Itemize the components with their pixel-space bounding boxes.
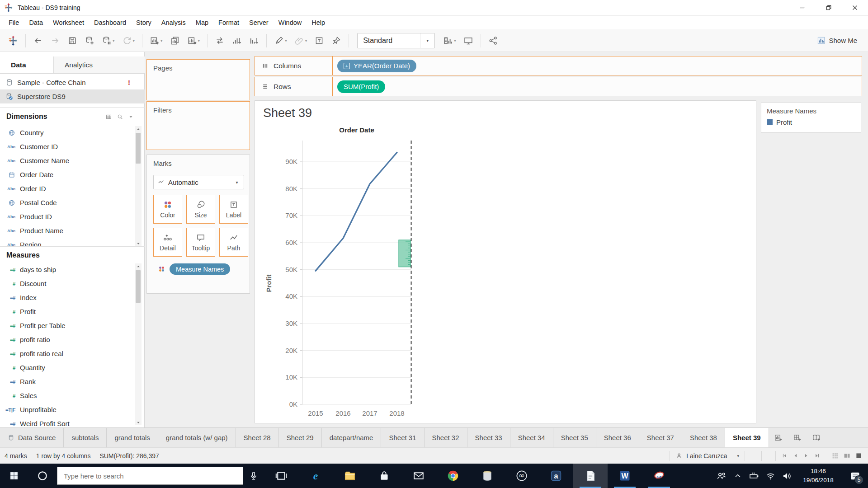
- mark-labels-button[interactable]: [311, 34, 327, 47]
- next-sheet-icon[interactable]: [803, 452, 810, 459]
- marks-button[interactable]: Detail: [153, 228, 182, 257]
- dropdown-caret-icon[interactable]: ▾: [160, 38, 163, 43]
- marks-button[interactable]: Size: [186, 195, 215, 224]
- volume-status[interactable]: [778, 464, 795, 488]
- share-workbook-button[interactable]: [486, 34, 501, 47]
- dimension-field[interactable]: Order Date: [0, 168, 145, 182]
- close-button[interactable]: [842, 0, 868, 16]
- last-sheet-icon[interactable]: [814, 452, 821, 459]
- pane-menu-caret-icon[interactable]: [128, 114, 134, 120]
- show-sheet-sorter-icon[interactable]: [855, 452, 863, 460]
- marks-button[interactable]: Color: [153, 195, 182, 224]
- scrollbar-thumb[interactable]: [136, 133, 141, 164]
- menu-item[interactable]: Dashboard: [89, 17, 131, 28]
- new-dashboard-button[interactable]: [788, 428, 807, 447]
- scroll-down-icon[interactable]: [136, 241, 141, 246]
- measure-names-legend[interactable]: Measure Names Profit: [761, 103, 861, 133]
- run-update-button[interactable]: ▾: [119, 34, 138, 47]
- dropdown-caret-icon[interactable]: ▾: [285, 38, 287, 43]
- taskbar-app[interactable]: [470, 464, 505, 488]
- measure-field[interactable]: =# Index: [0, 291, 145, 305]
- clear-sheet-button[interactable]: ▾: [184, 34, 203, 47]
- taskbar-app[interactable]: [608, 464, 642, 488]
- menu-item[interactable]: Server: [244, 17, 274, 28]
- people-button[interactable]: [713, 464, 730, 488]
- fix-axes-button[interactable]: [329, 34, 344, 47]
- group-members-button[interactable]: ▾: [292, 34, 310, 47]
- sheet-tab[interactable]: Sheet 31: [381, 428, 424, 447]
- taskbar-app[interactable]: [333, 464, 367, 488]
- marks-button[interactable]: Path: [219, 228, 248, 257]
- hidden-icons-button[interactable]: [730, 464, 746, 488]
- dimension-field[interactable]: Abc Customer Name: [0, 154, 145, 168]
- sheet-tab[interactable]: Sheet 36: [596, 428, 639, 447]
- measures-scrollbar[interactable]: [135, 263, 142, 425]
- menu-item[interactable]: Window: [274, 17, 307, 28]
- previous-sheet-icon[interactable]: [792, 452, 799, 459]
- dimension-field[interactable]: Abc Product ID: [0, 210, 145, 224]
- menu-item[interactable]: File: [4, 17, 24, 28]
- menu-item[interactable]: Story: [131, 17, 156, 28]
- dimension-field[interactable]: Abc Region: [0, 238, 145, 246]
- menu-item[interactable]: Map: [191, 17, 213, 28]
- restore-button[interactable]: [816, 0, 842, 16]
- sheet-tab[interactable]: datepart/name: [322, 428, 382, 447]
- legend-item[interactable]: Profit: [767, 118, 855, 126]
- rows-shelf[interactable]: Rows SUM(Profit): [255, 77, 862, 96]
- measure-field[interactable]: =# profit ratio real: [0, 347, 145, 361]
- sheet-tab[interactable]: Sheet 32: [425, 428, 467, 447]
- mark-type-select[interactable]: Automatic ▾: [153, 175, 244, 189]
- dropdown-caret-icon[interactable]: ▾: [113, 38, 115, 43]
- first-sheet-icon[interactable]: [781, 452, 788, 459]
- dimensions-scrollbar[interactable]: [135, 126, 142, 246]
- dimension-field[interactable]: Abc Customer ID: [0, 140, 145, 154]
- search-input[interactable]: [57, 472, 243, 480]
- dimension-field[interactable]: Country: [0, 126, 145, 140]
- sheet-tab[interactable]: Sheet 35: [553, 428, 596, 447]
- menu-item[interactable]: Worksheet: [48, 17, 89, 28]
- filters-shelf[interactable]: Filters: [146, 101, 250, 150]
- presentation-mode-button[interactable]: [461, 34, 476, 47]
- sort-descending-button[interactable]: [246, 34, 262, 47]
- dimension-field[interactable]: Postal Code: [0, 196, 145, 210]
- pane-tab[interactable]: Data: [0, 56, 53, 73]
- taskbar-app[interactable]: [436, 464, 470, 488]
- sheet-tab[interactable]: Sheet 28: [236, 428, 279, 447]
- new-story-button[interactable]: [807, 428, 826, 447]
- sheet-tab[interactable]: Sheet 34: [510, 428, 553, 447]
- taskbar-app[interactable]: [298, 464, 333, 488]
- scrollbar-thumb[interactable]: [136, 270, 141, 303]
- user-menu-caret-icon[interactable]: ▾: [737, 454, 739, 458]
- new-worksheet-button[interactable]: ▾: [147, 34, 165, 47]
- taskbar-search[interactable]: [57, 467, 243, 485]
- show-hide-cards-button[interactable]: ▾: [440, 34, 459, 47]
- mark-type-caret-icon[interactable]: ▾: [230, 175, 244, 189]
- save-button[interactable]: [65, 34, 80, 47]
- menu-item[interactable]: Help: [307, 17, 330, 28]
- taskbar-app[interactable]: [367, 464, 401, 488]
- undo-button[interactable]: [30, 34, 46, 47]
- sheet-tab[interactable]: Sheet 37: [639, 428, 682, 447]
- dropdown-caret-icon[interactable]: ▾: [198, 38, 200, 43]
- user-menu[interactable]: Laine Caruzca ▾: [670, 452, 745, 460]
- sheet-tab[interactable]: grand totals: [107, 428, 158, 447]
- sheet-tab[interactable]: subtotals: [64, 428, 107, 447]
- fit-select[interactable]: Standard ▾: [357, 33, 435, 48]
- dimension-field[interactable]: Abc Product Name: [0, 224, 145, 238]
- dropdown-caret-icon[interactable]: ▾: [454, 38, 456, 43]
- datasource-item[interactable]: Superstore DS9: [0, 89, 145, 103]
- measure-field[interactable]: # Quantity: [0, 361, 145, 375]
- marks-button[interactable]: Tooltip: [186, 228, 215, 257]
- sort-ascending-button[interactable]: [229, 34, 245, 47]
- measure-names-pill[interactable]: Measure Names: [170, 263, 230, 275]
- cortana-button[interactable]: [28, 464, 57, 488]
- measure-field[interactable]: =# days to ship: [0, 263, 145, 277]
- battery-status[interactable]: [746, 464, 762, 488]
- menu-item[interactable]: Format: [213, 17, 244, 28]
- taskbar-app[interactable]: [573, 464, 608, 488]
- year-order-date-pill[interactable]: + YEAR(Order Date): [337, 60, 416, 72]
- menu-item[interactable]: Analysis: [156, 17, 191, 28]
- taskbar-app[interactable]: [505, 464, 539, 488]
- swap-axes-button[interactable]: [212, 34, 227, 47]
- action-center-button[interactable]: 5: [842, 464, 868, 488]
